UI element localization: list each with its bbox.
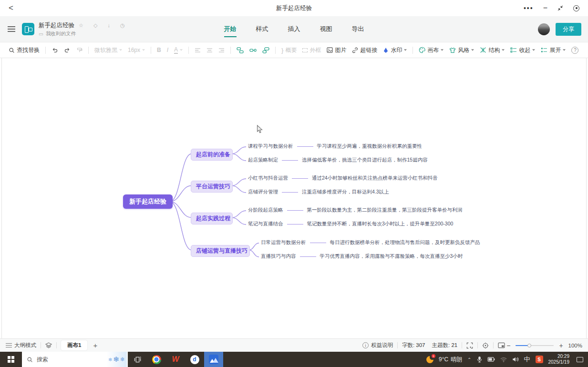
font-family-select[interactable]: 微软雅黑 bbox=[92, 46, 125, 54]
canvas-tab-1[interactable]: 画布1 bbox=[61, 340, 87, 350]
share-button[interactable]: 分享 bbox=[556, 23, 581, 36]
locate-center-icon[interactable] bbox=[482, 342, 489, 349]
mindmap-note[interactable]: 选择偏低客单价，挑选三个类目进行起店，制作15篇内容 bbox=[302, 157, 428, 163]
rights-link[interactable]: 权益说明 bbox=[371, 342, 393, 349]
weather-icon[interactable]: 1 bbox=[426, 356, 433, 363]
undo-button[interactable] bbox=[49, 47, 61, 53]
mindmap-child-label[interactable]: 直播技巧与内容 bbox=[261, 253, 296, 260]
mindmap-child-row: 直播技巧与内容学习优秀直播内容，采用露脸与不露脸策略，每次直播至少3小时 bbox=[261, 253, 463, 260]
tab-insert[interactable]: 插入 bbox=[288, 25, 300, 33]
outline-mode-button[interactable]: 大纲模式 bbox=[14, 342, 36, 349]
zoom-out-button[interactable]: − bbox=[505, 342, 512, 349]
zoom-in-button[interactable]: + bbox=[557, 342, 564, 349]
insert-parent-topic-button[interactable] bbox=[259, 47, 272, 53]
summary-button[interactable]: }概要 bbox=[279, 46, 299, 54]
font-color-button[interactable]: A bbox=[171, 46, 186, 54]
close-button[interactable] bbox=[573, 5, 579, 11]
layers-icon[interactable] bbox=[45, 342, 52, 348]
mindmap-child-label[interactable]: 小红书与抖音运营 bbox=[248, 175, 288, 182]
italic-button[interactable]: I bbox=[164, 47, 171, 53]
taskbar: 搜索 ❄❄❄ W d 1 9°C 晴朗 ⌃ bbox=[0, 352, 588, 367]
hyperlink-button[interactable]: 超链接 bbox=[349, 46, 380, 54]
mindmap-child-label[interactable]: 分阶段起店策略 bbox=[248, 207, 283, 214]
app-logo-icon bbox=[22, 23, 34, 35]
taskbar-clock[interactable]: 20:292025/1/19 bbox=[548, 354, 570, 366]
frame-button[interactable]: 外框 bbox=[299, 46, 324, 54]
ribbon-tabs: 开始 样式 插入 视图 导出 bbox=[224, 25, 364, 33]
battery-icon[interactable] bbox=[487, 357, 495, 362]
tab-view[interactable]: 视图 bbox=[320, 25, 332, 33]
task-view-button[interactable] bbox=[128, 352, 147, 367]
insert-topic-button[interactable] bbox=[234, 47, 247, 53]
zoom-slider-knob[interactable] bbox=[527, 344, 531, 347]
tab-style[interactable]: 样式 bbox=[256, 25, 268, 33]
structure-button[interactable]: 结构 bbox=[477, 46, 507, 54]
mindmap-root-node[interactable]: 新手起店经验 bbox=[123, 194, 173, 209]
mindmap-note[interactable]: 第一阶段以数量为主，第二阶段注重质量，第三阶段提升客单价与利润 bbox=[307, 207, 463, 214]
sogou-ime-icon[interactable]: S bbox=[536, 356, 543, 363]
chrome-app-button[interactable] bbox=[147, 352, 166, 367]
tab-export[interactable]: 导出 bbox=[352, 25, 364, 33]
zoom-slider[interactable] bbox=[516, 345, 554, 346]
weather-desc[interactable]: 晴朗 bbox=[451, 356, 462, 364]
mindmap-branch-node[interactable]: 起店前的准备 bbox=[191, 149, 233, 161]
weather-temp[interactable]: 9°C bbox=[439, 356, 448, 363]
search-icon bbox=[27, 357, 33, 363]
format-painter-button[interactable] bbox=[73, 47, 85, 53]
mindmap-branch-node[interactable]: 店铺运营与直播技巧 bbox=[191, 245, 250, 257]
restore-button[interactable] bbox=[557, 5, 564, 11]
minimap-icon[interactable] bbox=[498, 342, 505, 348]
add-canvas-button[interactable]: + bbox=[93, 341, 97, 349]
taskbar-search-input[interactable]: 搜索 ❄❄❄ bbox=[22, 352, 128, 367]
style-button[interactable]: 风格 bbox=[446, 46, 477, 54]
folder-icon: ▭ bbox=[39, 31, 43, 37]
mindmap-app-button[interactable] bbox=[204, 352, 223, 367]
start-button[interactable] bbox=[0, 352, 22, 367]
insert-subtopic-button[interactable] bbox=[247, 47, 259, 53]
canvas-area[interactable]: 新手起店经验起店前的准备课程学习与数据分析学习课程至少两遍，重视数据分析积累的重… bbox=[0, 58, 588, 338]
tray-expand-button[interactable]: ⌃ bbox=[467, 357, 471, 362]
image-button[interactable]: 图片 bbox=[324, 46, 349, 54]
tab-start[interactable]: 开始 bbox=[224, 25, 237, 33]
minimize-button[interactable]: − bbox=[543, 4, 547, 12]
redo-button[interactable] bbox=[61, 47, 73, 53]
find-replace-button[interactable]: 查找替换 bbox=[6, 46, 42, 54]
fullscreen-icon[interactable] bbox=[466, 342, 473, 349]
bold-button[interactable]: B bbox=[154, 47, 164, 53]
canvas-settings-button[interactable]: 画布 bbox=[416, 46, 446, 54]
mindmap-child-label[interactable]: 店铺评分管理 bbox=[248, 189, 278, 195]
user-avatar[interactable] bbox=[538, 23, 550, 35]
watermark-button[interactable]: 水印 bbox=[380, 46, 410, 54]
mindmap-note[interactable]: 笔记数量坚持不断，直播时长每次3小时以上，提升单量至200-300 bbox=[307, 221, 454, 227]
mindmap-branch-node[interactable]: 平台运营技巧 bbox=[191, 181, 233, 193]
speaker-icon[interactable] bbox=[512, 357, 519, 362]
blue-circle-app-button[interactable]: d bbox=[185, 352, 204, 367]
mindmap-child-label[interactable]: 起店策略制定 bbox=[248, 157, 278, 163]
mindmap-child-label[interactable]: 日常运营与数据分析 bbox=[261, 239, 306, 246]
redo-icon bbox=[64, 47, 71, 53]
align-center-button[interactable] bbox=[204, 48, 216, 53]
menu-icon[interactable] bbox=[8, 26, 15, 32]
file-action-icons[interactable]: ☆ ◇ ↓ ◷ bbox=[79, 22, 129, 29]
mindmap-note[interactable]: 学习优秀直播内容，采用露脸与不露脸策略，每次直播至少3小时 bbox=[320, 253, 463, 260]
mindmap-note[interactable]: 注重店铺多维度评分，目标达到4.3以上 bbox=[302, 189, 389, 195]
expand-button[interactable]: 展开 bbox=[538, 46, 568, 54]
notification-center-button[interactable] bbox=[577, 357, 583, 362]
microphone-icon[interactable] bbox=[477, 356, 482, 363]
mindmap-branch-node[interactable]: 起店实践过程 bbox=[191, 213, 233, 224]
mindmap-note[interactable]: 通过24小时加够粉丝和关注热点榜单来运营小红书和抖音 bbox=[312, 175, 438, 182]
wifi-icon[interactable] bbox=[500, 357, 507, 362]
mindmap-note[interactable]: 学习课程至少两遍，重视数据分析积累的重要性 bbox=[317, 143, 423, 150]
toolbar: 查找替换 微软雅黑 16px B I A bbox=[0, 42, 588, 58]
wps-app-button[interactable]: W bbox=[166, 352, 185, 367]
mindmap-child-label[interactable]: 笔记与直播结合 bbox=[248, 221, 283, 227]
align-left-button[interactable] bbox=[192, 48, 204, 53]
align-right-button[interactable] bbox=[216, 48, 227, 53]
mindmap-note[interactable]: 每日进行数据榜单分析，处理物流与售后问题，及时更新负反馈产品 bbox=[330, 239, 480, 246]
ime-indicator[interactable]: 中 bbox=[524, 355, 530, 364]
mindmap-child-label[interactable]: 课程学习与数据分析 bbox=[248, 143, 293, 150]
more-options-button[interactable]: ••• bbox=[524, 5, 534, 11]
collapse-button[interactable]: 收起 bbox=[507, 46, 538, 54]
help-button[interactable]: ? bbox=[571, 47, 578, 54]
font-size-select[interactable]: 16px bbox=[125, 47, 148, 53]
